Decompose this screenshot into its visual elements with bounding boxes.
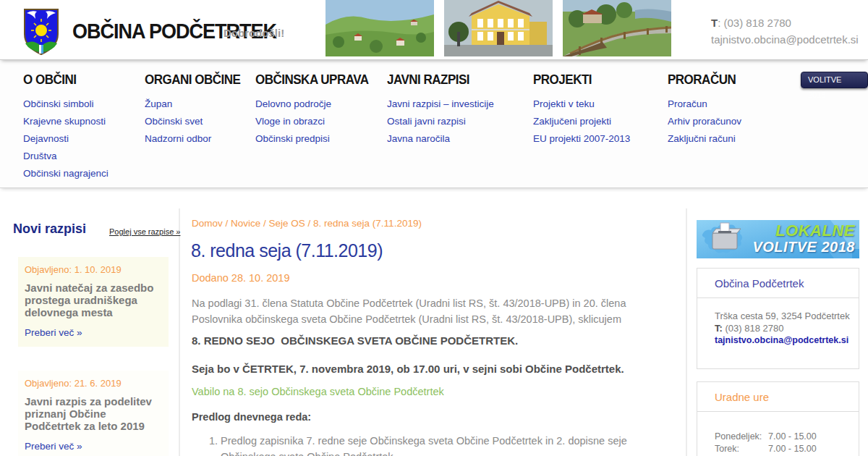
nav-column-obcinska-uprava: OBČINSKA UPRAVA Delovno področje Vloge i… — [255, 61, 369, 144]
date-added: Dodano 28. 10. 2019 — [192, 272, 289, 284]
nav-heading-organi-obcine[interactable]: ORGANI OBČINE — [145, 72, 240, 88]
hours-row: Torek: 7.00 - 15.00 — [715, 443, 851, 455]
header-photo-road-bridge — [563, 0, 671, 56]
view-all-tenders-link[interactable]: Poglej vse razpise » — [109, 227, 180, 236]
municipality-phone: T: (03) 818 2780 — [715, 322, 851, 334]
nav-link-nadzorni-odbor[interactable]: Nadzorni odbor — [145, 134, 240, 144]
nav-link-krajevne-skupnosti[interactable]: Krajevne skupnosti — [23, 117, 109, 127]
municipality-contact-box: Občina Podčetrtek Trška cesta 59, 3254 P… — [697, 268, 859, 369]
header-contact: T: (03) 818 2780 tajnistvo.obcina@podcet… — [711, 14, 859, 48]
nav-link-vloge-in-obrazci[interactable]: Vloge in obrazci — [255, 117, 369, 127]
nav-link-projekti-v-teku[interactable]: Projekti v teku — [533, 99, 630, 109]
hours-value: 7.00 - 15.00 — [768, 431, 817, 443]
nav-heading-projekti[interactable]: PROJEKTI — [533, 72, 630, 88]
phone-number: (03) 818 2780 — [723, 323, 784, 334]
nav-link-proracun[interactable]: Proračun — [668, 99, 741, 109]
banner-text: LOKALNE VOLITVE 2018 — [752, 222, 855, 256]
nav-column-proracun: PRORAČUN Proračun Arhiv proračunov Zaklj… — [668, 61, 741, 144]
page-title: 8. redna seja (7.11.2019) — [191, 240, 383, 261]
phone-label: T — [711, 17, 718, 29]
page: OBČINA PODČETRTEK Dobrodošli! — [0, 0, 868, 456]
banner-line-lokalne: LOKALNE — [752, 222, 855, 239]
left-sidebar-title: Novi razpisi — [13, 221, 86, 237]
news-card[interactable]: Objavljeno: 21. 6. 2019 Javni razpis za … — [18, 371, 169, 456]
header-photo-town-hall — [444, 0, 553, 56]
nav-column-javni-razpisi: JAVNI RAZPISI Javni razpisi – investicij… — [387, 61, 494, 144]
nav-link-zupan[interactable]: Župan — [145, 99, 240, 109]
municipality-coat-of-arms-logo[interactable] — [24, 9, 59, 55]
hours-day: Ponedeljek: — [715, 431, 768, 443]
office-hours-box: Uradne ure Ponedeljek: 7.00 - 15.00 Tore… — [697, 381, 859, 456]
hours-day: Torek: — [715, 443, 768, 455]
nav-link-obcinski-svet[interactable]: Občinski svet — [145, 117, 240, 127]
lokalne-volitve-banner[interactable]: LOKALNE VOLITVE 2018 — [697, 220, 859, 258]
nav-heading-o-obcini[interactable]: O OBČINI — [23, 72, 109, 88]
article-intro-paragraph: Na podlagi 31. člena Statuta Občine Podč… — [192, 295, 671, 327]
nav-link-javna-narocila[interactable]: Javna naročila — [387, 134, 494, 144]
nav-link-delovno-podrocje[interactable]: Delovno področje — [255, 99, 369, 109]
nav-heading-proracun[interactable]: PRORAČUN — [668, 72, 741, 88]
hours-value: 7.00 - 15.00 — [768, 443, 817, 455]
news-title: Javni razpis za podelitev priznanj Občin… — [25, 395, 162, 432]
nav-link-zakljuceni-projekti[interactable]: Zaključeni projekti — [533, 117, 630, 127]
nav-link-dejavnosti[interactable]: Dejavnosti — [23, 134, 109, 144]
nav-link-zakljucni-racuni[interactable]: Zaključni računi — [668, 134, 741, 144]
nav-link-obcinski-simboli[interactable]: Občinski simboli — [23, 99, 109, 109]
agenda-heading: Predlog dnevnega reda: — [192, 411, 311, 423]
right-column-divider — [686, 208, 687, 456]
phone-label: T: — [715, 323, 723, 334]
volitve-2018-button[interactable]: VOLITVE 2018 — [801, 72, 868, 88]
nav-column-organi-obcine: ORGANI OBČINE Župan Občinski svet Nadzor… — [145, 61, 240, 144]
main-navigation: O OBČINI Občinski simboli Krajevne skupn… — [0, 61, 868, 188]
phone-number: : (03) 818 2780 — [718, 17, 791, 29]
news-published-date: Objavljeno: 21. 6. 2019 — [25, 378, 162, 389]
hours-row: Ponedeljek: 7.00 - 15.00 — [715, 431, 851, 443]
news-card[interactable]: Objavljeno: 1. 10. 2019 Javni natečaj za… — [18, 257, 169, 347]
municipality-address: Trška cesta 59, 3254 Podčetrtek — [715, 310, 851, 322]
nav-link-ostali-javni-razpisi[interactable]: Ostali javni razpisi — [387, 117, 494, 127]
read-more-link[interactable]: Preberi več » — [25, 327, 162, 338]
site-header: OBČINA PODČETRTEK Dobrodošli! — [0, 0, 868, 60]
agenda-item: Predlog zapisnika 7. redne seje Občinske… — [221, 433, 678, 456]
nav-link-obcinski-nagrajenci[interactable]: Občinski nagrajenci — [23, 169, 109, 179]
left-column-divider — [179, 208, 180, 456]
hours-box-title: Uradne ure — [697, 382, 859, 412]
contact-box-title: Občina Podčetrtek — [697, 269, 859, 298]
nav-heading-javni-razpisi[interactable]: JAVNI RAZPISI — [387, 72, 494, 88]
read-more-link[interactable]: Preberi več » — [25, 441, 162, 452]
contact-box-body: Trška cesta 59, 3254 Podčetrtek T: (03) … — [697, 298, 859, 354]
nav-link-arhiv-proracunov[interactable]: Arhiv proračunov — [668, 117, 741, 127]
invitation-link[interactable]: Vabilo na 8. sejo Občinskega sveta Občin… — [192, 386, 444, 397]
welcome-text: Dobrodošli! — [224, 27, 284, 39]
session-time-line: Seja bo v ČETRTEK, 7. novembra 2019, ob … — [192, 363, 624, 375]
nav-link-eu-projekti[interactable]: EU projekti 2007-2013 — [533, 134, 630, 144]
news-published-date: Objavljeno: 1. 10. 2019 — [25, 264, 162, 275]
breadcrumb[interactable]: Domov / Novice / Seje OS / 8. redna seja… — [192, 218, 422, 229]
nav-heading-obcinska-uprava[interactable]: OBČINSKA UPRAVA — [255, 72, 369, 88]
session-heading: 8. REDNO SEJO OBČINSKEGA SVETA OBČINE PO… — [192, 334, 518, 347]
hours-box-body: Ponedeljek: 7.00 - 15.00 Torek: 7.00 - 1… — [697, 412, 859, 456]
nav-column-projekti: PROJEKTI Projekti v teku Zaključeni proj… — [533, 61, 630, 144]
banner-line-volitve: VOLITVE 2018 — [752, 239, 855, 256]
nav-link-javni-razpisi-investicije[interactable]: Javni razpisi – investicije — [387, 99, 494, 109]
header-phone: T: (03) 818 2780 — [711, 14, 859, 31]
agenda-list: Predlog zapisnika 7. redne seje Občinske… — [192, 433, 678, 456]
nav-link-obcinski-predpisi[interactable]: Občinski predpisi — [255, 134, 369, 144]
municipality-email-link[interactable]: tajnistvo.obcina@podcetrtek.si — [715, 334, 851, 347]
nav-column-o-obcini: O OBČINI Občinski simboli Krajevne skupn… — [23, 61, 109, 179]
header-photo-hills — [326, 0, 434, 56]
header-email[interactable]: tajnistvo.obcina@podcetrtek.si — [711, 31, 859, 48]
news-title: Javni natečaj za zasedbo prostega uradni… — [25, 282, 162, 318]
nav-link-drustva[interactable]: Društva — [23, 151, 109, 161]
